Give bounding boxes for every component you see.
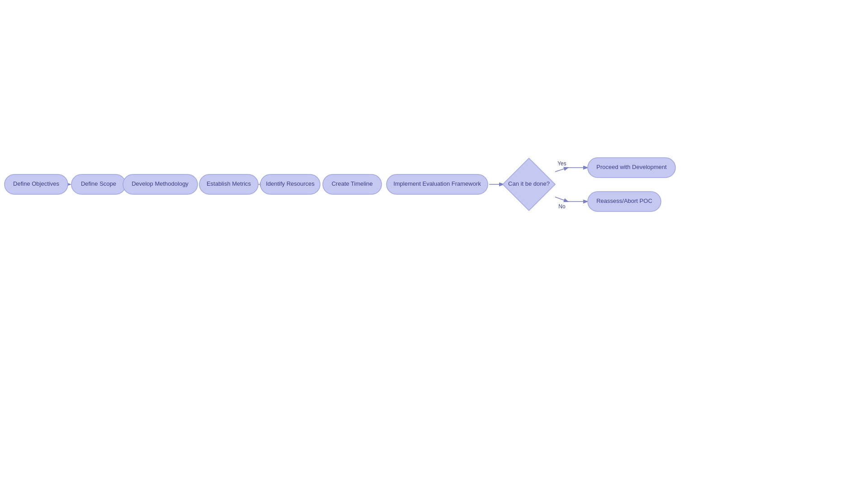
no-label: No bbox=[558, 203, 566, 210]
node-establish-metrics-label: Establish Metrics bbox=[207, 180, 251, 187]
diagram-container: Yes No Define Objectives Define Scope De… bbox=[0, 0, 868, 488]
node-define-objectives-label: Define Objectives bbox=[13, 180, 59, 187]
node-implement-eval-label: Implement Evaluation Framework bbox=[393, 180, 481, 187]
node-create-timeline-label: Create Timeline bbox=[331, 180, 373, 187]
node-can-it-be-done-label: Can it be done? bbox=[508, 180, 550, 187]
arrow-no bbox=[555, 197, 568, 202]
node-proceed-dev-label: Proceed with Development bbox=[596, 164, 667, 170]
yes-label: Yes bbox=[557, 160, 566, 167]
node-identify-resources-label: Identify Resources bbox=[266, 180, 315, 187]
node-develop-methodology-label: Develop Methodology bbox=[132, 180, 189, 187]
node-define-scope-label: Define Scope bbox=[81, 180, 116, 187]
arrow-yes bbox=[555, 168, 568, 172]
node-reassess-label: Reassess/Abort POC bbox=[596, 197, 652, 204]
